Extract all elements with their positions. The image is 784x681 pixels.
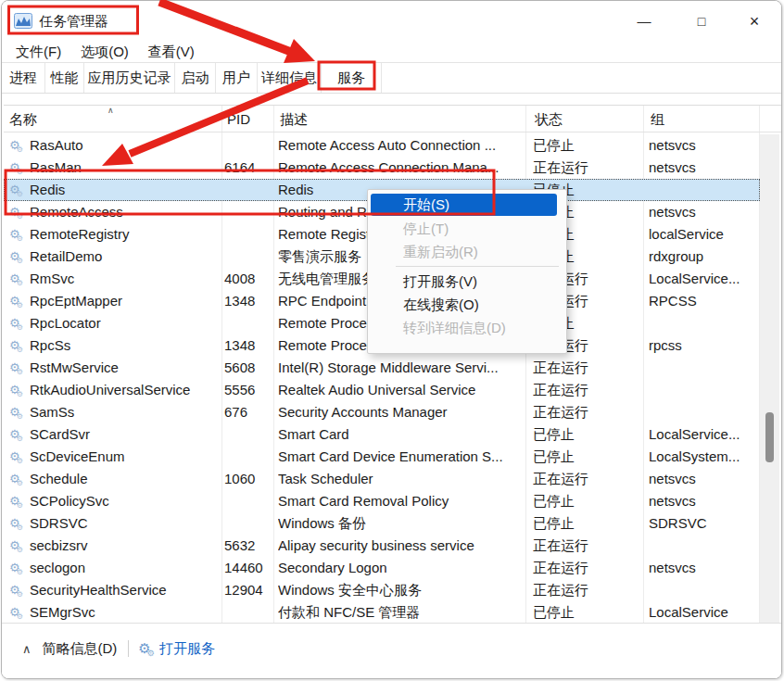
table-row[interactable]: ⚙⚙ seclogon 14460 Secondary Logon 正在运行 n… [4, 557, 760, 579]
task-manager-app-icon [14, 13, 32, 29]
context-menu-item[interactable]: 转到详细信息(D) [368, 316, 566, 339]
table-row[interactable]: ⚙⚙ RstMwService 5608 Intel(R) Storage Mi… [4, 357, 760, 379]
service-gear-icon: ⚙⚙ [9, 579, 28, 601]
context-menu-item[interactable]: 打开服务(V) [368, 270, 566, 293]
chevron-up-icon[interactable]: ∧ [22, 642, 32, 656]
context-menu-item[interactable]: 停止(T) [368, 217, 566, 240]
service-pid: 1060 [224, 468, 272, 490]
table-row[interactable]: ⚙⚙ SEMgrSvc 付款和 NFC/SE 管理器 已停止 LocalServ… [4, 601, 760, 624]
menubar-item[interactable]: 选项(O) [79, 42, 131, 62]
service-gear-icon: ⚙⚙ [9, 423, 28, 446]
service-status: 正在运行 [533, 157, 642, 179]
service-status: 正在运行 [533, 379, 642, 401]
scrollbar-thumb[interactable] [765, 412, 774, 462]
service-group: LocalSystem... [649, 446, 758, 468]
footer-divider [128, 640, 129, 657]
column-header-name[interactable]: 名称 [9, 106, 37, 132]
service-status: 已停止 [533, 446, 642, 468]
service-pid [224, 246, 272, 268]
table-row[interactable]: ⚙⚙ Schedule 1060 Task Scheduler 正在运行 net… [4, 468, 760, 490]
table-row[interactable]: ⚙⚙ ScDeviceEnum Smart Card Device Enumer… [4, 446, 760, 468]
service-pid [224, 512, 272, 535]
context-menu-item[interactable]: 重新启动(R) [368, 240, 566, 263]
tab-6[interactable]: 详细信息 [258, 63, 322, 93]
service-name: SCardSvr [30, 423, 220, 446]
table-row[interactable]: ⚙⚙ SCardSvr Smart Card 已停止 LocalService.… [4, 423, 760, 446]
table-row[interactable]: ⚙⚙ SamSs 676 Security Accounts Manager 正… [4, 401, 760, 423]
service-name: RtkAudioUniversalService [30, 379, 220, 401]
service-gear-icon: ⚙⚙ [9, 446, 28, 468]
service-status: 已停止 [533, 134, 642, 157]
service-status: 已停止 [533, 512, 642, 535]
service-group [649, 579, 758, 601]
service-name: SecurityHealthService [30, 579, 220, 601]
task-manager-window: 任务管理器 — □ × 文件(F)选项(O)查看(V) 进程性能应用历史记录启动… [1, 0, 782, 679]
service-pid: 1348 [224, 290, 272, 312]
service-name: RpcEptMapper [30, 290, 220, 312]
column-header-pid[interactable]: PID [227, 106, 250, 132]
service-name: RasAuto [30, 134, 220, 157]
footer-bar: ∧ 简略信息(D) ⚙⚙ 打开服务 [2, 623, 781, 679]
service-description: Intel(R) Storage Middleware Servi... [278, 357, 526, 379]
tab-3[interactable]: 应用历史记录 [84, 63, 175, 93]
service-name: RmSvc [30, 268, 220, 290]
service-status: 已停止 [533, 423, 642, 446]
service-name: SamSs [30, 401, 220, 423]
tab-5[interactable]: 用户 [216, 63, 258, 93]
service-pid [224, 223, 272, 246]
table-row[interactable]: ⚙⚙ secbizsrv 5632 Alipay security busine… [4, 535, 760, 557]
service-gear-icon: ⚙⚙ [9, 468, 28, 490]
window-title: 任务管理器 [39, 13, 108, 30]
service-description: Secondary Logon [278, 557, 526, 579]
table-header: 名称 ∧ PID 描述 状态 组 [4, 106, 781, 132]
open-services-link[interactable]: 打开服务 [159, 640, 215, 658]
table-row[interactable]: ⚙⚙ SCPolicySvc Smart Card Removal Policy… [4, 490, 760, 512]
service-description: Smart Card [278, 423, 526, 446]
service-pid: 1348 [224, 334, 272, 357]
menubar-item[interactable]: 查看(V) [146, 42, 196, 62]
service-description: Remote Access Auto Connection ... [278, 134, 526, 157]
service-status: 正在运行 [533, 357, 642, 379]
service-pid [224, 446, 272, 468]
context-menu-item[interactable]: 开始(S) [371, 194, 557, 216]
service-group [649, 179, 758, 201]
service-status: 正在运行 [533, 557, 642, 579]
service-group: netsvcs [649, 468, 758, 490]
fewer-details-label[interactable]: 简略信息(D) [43, 640, 118, 658]
menubar-item[interactable]: 文件(F) [14, 42, 63, 62]
table-row[interactable]: ⚙⚙ RasMan 6164 Remote Access Connection … [4, 157, 760, 179]
tab-7[interactable]: 服务 [322, 63, 382, 93]
close-button[interactable]: × [740, 8, 768, 34]
maximize-button[interactable]: □ [688, 8, 715, 34]
service-group: RPCSS [649, 290, 758, 312]
service-pid: 5632 [224, 535, 272, 557]
service-pid [224, 312, 272, 334]
tab-4[interactable]: 启动 [175, 63, 216, 93]
tab-1[interactable]: 进程 [2, 63, 45, 93]
minimize-button[interactable]: — [630, 8, 658, 34]
service-status: 已停止 [533, 490, 642, 512]
service-description: Task Scheduler [278, 468, 526, 490]
service-gear-icon: ⚙⚙ [9, 179, 28, 201]
table-row[interactable]: ⚙⚙ RasAuto Remote Access Auto Connection… [4, 134, 760, 157]
service-pid [224, 201, 272, 223]
table-row[interactable]: ⚙⚙ SecurityHealthService 12904 Windows 安… [4, 579, 760, 601]
service-group: netsvcs [649, 490, 758, 512]
service-name: seclogon [30, 557, 220, 579]
vertical-scrollbar[interactable] [760, 134, 779, 623]
service-description: Windows 备份 [278, 512, 526, 535]
services-gear-icon: ⚙⚙ [138, 640, 155, 658]
service-pid [224, 601, 272, 624]
column-header-group[interactable]: 组 [651, 106, 664, 132]
tab-2[interactable]: 性能 [45, 63, 84, 93]
service-pid: 14460 [224, 557, 272, 579]
service-name: Redis [30, 179, 220, 201]
service-group: netsvcs [649, 201, 758, 223]
context-menu-item[interactable]: 在线搜索(O) [368, 293, 566, 316]
column-header-description[interactable]: 描述 [280, 106, 308, 132]
service-status: 正在运行 [533, 579, 642, 601]
column-header-status[interactable]: 状态 [535, 106, 563, 132]
service-description: Remote Access Connection Mana... [278, 157, 526, 179]
table-row[interactable]: ⚙⚙ SDRSVC Windows 备份 已停止 SDRSVC [4, 512, 760, 535]
table-row[interactable]: ⚙⚙ RtkAudioUniversalService 5556 Realtek… [4, 379, 760, 401]
